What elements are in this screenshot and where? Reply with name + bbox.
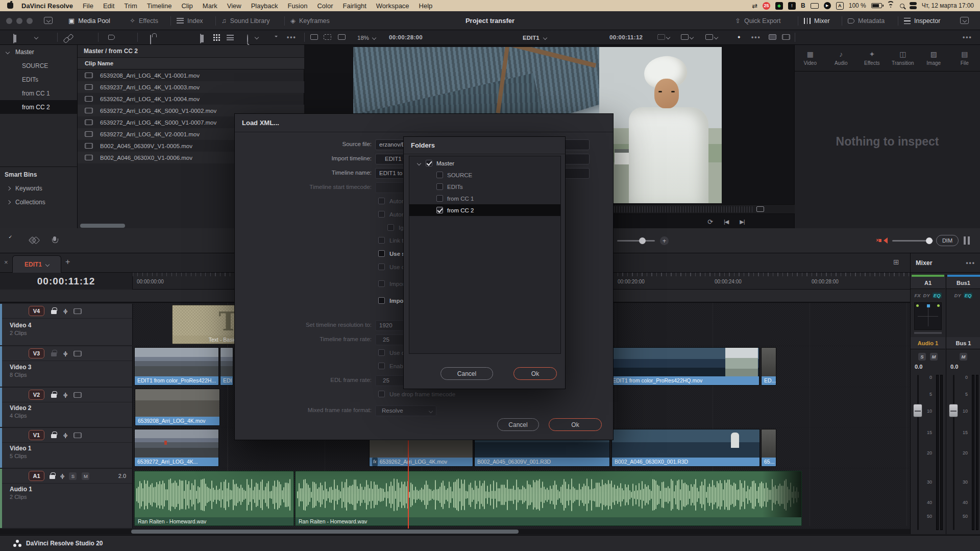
menu-timeline[interactable]: Timeline	[147, 2, 172, 10]
mixer-options-icon[interactable]: •••	[966, 259, 975, 267]
track-header-v2[interactable]: V2 ‹|› Video 2 4 Clips	[0, 388, 133, 427]
header-options-icon[interactable]	[960, 17, 969, 24]
search-chevron-icon[interactable]	[255, 35, 259, 39]
media-pool-options-icon[interactable]: •••	[287, 34, 297, 41]
viewer-duration-timecode[interactable]: 00:00:28:00	[389, 34, 423, 40]
folder-checkbox-checked[interactable]	[436, 207, 443, 213]
monitor-volume-knob[interactable]	[926, 237, 933, 244]
inspector-tab-video[interactable]: ▦Video	[795, 45, 826, 71]
checkbox-disabled[interactable]	[378, 280, 385, 287]
status-app-b-icon[interactable]: B	[801, 2, 805, 9]
strip-id[interactable]: A1	[911, 277, 945, 289]
viewer-zoom-chevron-icon[interactable]	[372, 35, 376, 39]
thumbnail-view-icon[interactable]	[213, 34, 215, 36]
breadcrumb[interactable]: Master / from CC 2	[78, 45, 304, 58]
lock-icon-unlocked[interactable]	[51, 352, 57, 356]
bin-from-cc2-selected[interactable]: from CC 2	[0, 100, 77, 114]
eq-button[interactable]: EQ	[933, 293, 942, 298]
auto-select-icon[interactable]: ‹|›	[63, 432, 67, 438]
add-timeline-tab-button[interactable]: +	[65, 257, 70, 267]
effects-toggle[interactable]: ✧ Effects	[130, 11, 158, 30]
close-timeline-icon[interactable]: ×	[4, 258, 8, 266]
list-view-icon[interactable]	[227, 35, 234, 40]
timeline-clip-video[interactable]: EDIT1 from color_ProRes422H...	[134, 347, 219, 386]
smart-bins-section[interactable]: Smart Bins	[0, 167, 77, 181]
sync-status-icon[interactable]: ⇄	[752, 2, 757, 10]
fader-handle[interactable]	[913, 404, 922, 417]
fader-groove[interactable]	[917, 375, 919, 530]
menu-help[interactable]: Help	[419, 2, 433, 10]
battery-icon[interactable]	[871, 3, 882, 8]
menu-color[interactable]: Color	[317, 2, 333, 10]
track-badge[interactable]: V4	[29, 306, 44, 316]
bin-source[interactable]: SOURCE	[0, 59, 77, 73]
menu-view[interactable]: View	[227, 2, 241, 10]
window-close-button[interactable]	[6, 18, 12, 24]
clip-color-tag-icon[interactable]	[108, 35, 115, 40]
checkbox-disabled[interactable]	[387, 224, 394, 231]
dim-button[interactable]: DIM	[936, 235, 959, 246]
timeline-clip-video[interactable]: 65...	[761, 429, 776, 467]
timeline-clip-video[interactable]: EDI	[220, 347, 233, 386]
inspector-tab-transition[interactable]: ◫Transition	[888, 45, 919, 71]
viewer-zoom-select[interactable]: 18%	[357, 35, 369, 41]
timeline-clip-video[interactable]: B002_A046_0630X0_001.R3D	[611, 429, 760, 467]
track-header-v1[interactable]: V1 ‹|› Video 1 5 Clips	[0, 428, 133, 468]
dynamics-button[interactable]: DY	[954, 293, 961, 298]
solo-button[interactable]: S	[69, 472, 77, 480]
track-header-v4[interactable]: V4 ‹|› Video 4 2 Clips	[0, 304, 133, 345]
clip-row[interactable]: 6539237_Arri_LOG_4K_V1-0003.mov	[78, 81, 304, 93]
track-badge[interactable]: V2	[29, 390, 44, 400]
metadata-view-icon[interactable]	[200, 34, 201, 43]
auto-select-icon[interactable]: ‹|›	[63, 350, 67, 356]
lock-icon[interactable]	[50, 475, 55, 479]
smart-bin-keywords[interactable]: Keywords	[0, 181, 77, 195]
menu-trim[interactable]: Trim	[124, 2, 137, 10]
auto-select-icon[interactable]: ‹|›	[63, 308, 67, 314]
folder-checkbox[interactable]	[436, 172, 443, 178]
previous-frame-icon[interactable]: |◀	[724, 219, 728, 225]
menu-playback[interactable]: Playback	[251, 2, 278, 10]
menu-file[interactable]: File	[83, 2, 93, 10]
cloud-sync-icon[interactable]	[150, 35, 151, 44]
track-header-a1[interactable]: A1 ‹|› S M 2.0 Audio 1 2 Clips	[0, 469, 133, 528]
checkbox-enabled[interactable]	[378, 297, 385, 304]
track-badge[interactable]: A1	[29, 471, 44, 481]
viewer-mode-multicam-icon[interactable]	[338, 34, 346, 40]
jog-mode-icon[interactable]	[756, 206, 764, 212]
pan-pad[interactable]	[914, 302, 942, 330]
cancel-button[interactable]: Cancel	[497, 418, 539, 431]
viewer-mode-source-icon[interactable]	[310, 34, 318, 40]
next-frame-icon[interactable]: ▶|	[740, 219, 744, 225]
folder-row-from-cc2-selected[interactable]: from CC 2	[409, 204, 560, 216]
spotlight-search-icon[interactable]	[900, 4, 904, 8]
viewer-scope-select[interactable]	[705, 34, 718, 40]
fader-handle[interactable]	[949, 404, 958, 417]
status-app-diamond-icon[interactable]: ◆	[775, 2, 783, 10]
strip-mute-button[interactable]: M	[960, 353, 967, 361]
lock-icon[interactable]	[51, 434, 57, 438]
checkbox-disabled[interactable]	[378, 391, 385, 397]
timeline-clip-audio[interactable]: Ran Raiten - Homeward.wav	[134, 471, 294, 526]
metadata-toggle[interactable]: Metadata	[848, 11, 885, 30]
viewer-fit-select[interactable]	[657, 34, 670, 40]
app-menu[interactable]: DaVinci Resolve	[21, 2, 73, 10]
folder-checkbox[interactable]	[436, 195, 443, 202]
checkbox-disabled[interactable]	[378, 363, 385, 369]
smart-bin-collections[interactable]: Collections	[0, 195, 77, 209]
status-app-alert-icon[interactable]: !	[788, 2, 796, 10]
mixer-toggle[interactable]: Mixer	[804, 11, 830, 30]
track-film-icon[interactable]	[74, 392, 82, 398]
inspector-tab-audio[interactable]: ♪Audio	[826, 45, 857, 71]
track-film-icon[interactable]	[74, 433, 82, 438]
quick-export-button[interactable]: ⇧ Quick Export	[735, 11, 780, 30]
folder-checkbox[interactable]	[436, 183, 443, 190]
menu-fusion[interactable]: Fusion	[287, 2, 307, 10]
lock-icon[interactable]	[51, 394, 57, 398]
wifi-icon[interactable]	[887, 3, 895, 9]
still-grab-icon[interactable]	[769, 34, 776, 40]
auto-select-icon[interactable]: ‹|›	[63, 392, 67, 398]
menu-mark[interactable]: Mark	[203, 2, 217, 10]
timeline-view-icon[interactable]	[782, 34, 790, 40]
checkbox-disabled[interactable]	[378, 211, 385, 218]
